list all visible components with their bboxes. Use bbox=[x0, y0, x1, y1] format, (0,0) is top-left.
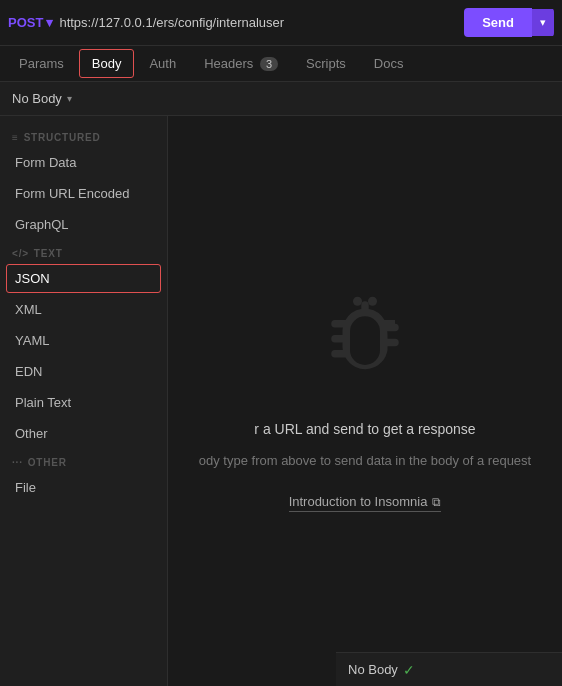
other-icon: ··· bbox=[12, 457, 23, 468]
sidebar-item-form-data[interactable]: Form Data bbox=[0, 147, 167, 178]
tab-auth[interactable]: Auth bbox=[136, 49, 189, 78]
text-icon: </> bbox=[12, 248, 29, 259]
tab-body[interactable]: Body bbox=[79, 49, 135, 78]
content-panel: r a URL and send to get a response ody t… bbox=[168, 116, 562, 686]
method-button[interactable]: POST ▾ bbox=[8, 15, 53, 30]
method-chevron-icon: ▾ bbox=[46, 15, 53, 30]
section-text-label: </> TEXT bbox=[0, 240, 167, 263]
bottom-nobody-label: No Body bbox=[348, 662, 398, 677]
content-main-text: r a URL and send to get a response bbox=[254, 421, 475, 437]
sidebar-item-file[interactable]: File bbox=[0, 472, 167, 503]
headers-badge: 3 bbox=[260, 57, 278, 71]
sidebar: ≡ STRUCTURED Form Data Form URL Encoded … bbox=[0, 116, 168, 686]
sidebar-item-xml[interactable]: XML bbox=[0, 294, 167, 325]
bottom-nobody-bar[interactable]: No Body ✓ bbox=[336, 652, 562, 686]
intro-insomnia-link[interactable]: Introduction to Insomnia ⧉ bbox=[289, 494, 442, 512]
sidebar-item-plain-text[interactable]: Plain Text bbox=[0, 387, 167, 418]
section-structured-label: ≡ STRUCTURED bbox=[0, 124, 167, 147]
checkmark-icon: ✓ bbox=[403, 662, 415, 678]
send-dropdown-button[interactable]: ▾ bbox=[532, 9, 554, 36]
structured-icon: ≡ bbox=[12, 132, 19, 143]
main-area: ≡ STRUCTURED Form Data Form URL Encoded … bbox=[0, 116, 562, 686]
send-button[interactable]: Send bbox=[464, 8, 532, 37]
sidebar-item-yaml[interactable]: YAML bbox=[0, 325, 167, 356]
section-other-label: ··· OTHER bbox=[0, 449, 167, 472]
tab-docs[interactable]: Docs bbox=[361, 49, 417, 78]
content-sub-text: ody type from above to send data in the … bbox=[199, 451, 531, 471]
nobody-label[interactable]: No Body ▾ bbox=[12, 91, 72, 106]
sidebar-item-graphql[interactable]: GraphQL bbox=[0, 209, 167, 240]
top-bar: POST ▾ Send ▾ bbox=[0, 0, 562, 46]
nobody-chevron-icon: ▾ bbox=[67, 93, 72, 104]
nobody-bar[interactable]: No Body ▾ bbox=[0, 82, 562, 116]
sidebar-item-json[interactable]: JSON bbox=[6, 264, 161, 293]
tabs-bar: Params Body Auth Headers 3 Scripts Docs bbox=[0, 46, 562, 82]
sidebar-item-form-url-encoded[interactable]: Form URL Encoded bbox=[0, 178, 167, 209]
bug-icon bbox=[320, 290, 410, 401]
tab-params[interactable]: Params bbox=[6, 49, 77, 78]
url-input[interactable] bbox=[59, 15, 458, 30]
svg-point-1 bbox=[368, 297, 377, 306]
tab-headers[interactable]: Headers 3 bbox=[191, 49, 291, 78]
svg-point-0 bbox=[353, 297, 362, 306]
send-btn-wrapper: Send ▾ bbox=[464, 8, 554, 37]
sidebar-item-edn[interactable]: EDN bbox=[0, 356, 167, 387]
external-link-icon: ⧉ bbox=[432, 495, 441, 509]
method-label: POST bbox=[8, 15, 43, 30]
sidebar-item-other[interactable]: Other bbox=[0, 418, 167, 449]
tab-scripts[interactable]: Scripts bbox=[293, 49, 359, 78]
